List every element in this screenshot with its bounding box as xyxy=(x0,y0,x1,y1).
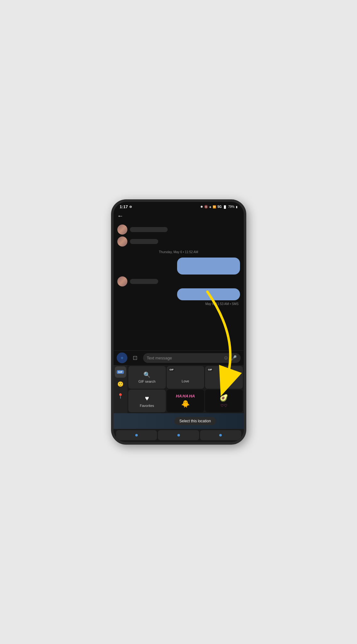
avatar-image xyxy=(117,236,127,247)
avatar-image xyxy=(117,276,127,286)
sent-bubble-1 xyxy=(177,258,240,275)
message-row-sent-2 xyxy=(117,288,240,300)
laugh-text-group: HA HA HA xyxy=(176,394,195,398)
ha-text-1: HA xyxy=(176,394,182,398)
gif-panel: GIF 🙂 📍 🔍 GIF search GI xyxy=(114,365,244,413)
gif-badge: GIF xyxy=(169,368,175,371)
messages-area: Thursday, May 6 • 11:52 AM May 6, 11:53 … xyxy=(114,222,244,350)
status-time: 1:17 ⊖ xyxy=(120,204,132,209)
search-icon: 🔍 xyxy=(143,371,150,378)
gif-yes-label: Yes xyxy=(221,379,227,383)
battery-icon: ▮ xyxy=(236,205,237,208)
gif-favorites-cell[interactable]: ♥ Favorites xyxy=(128,390,166,412)
ha-text-2: HA xyxy=(182,394,188,398)
chat-header: ← xyxy=(114,210,244,222)
kb-cell-1 xyxy=(116,430,157,440)
gif-love-cell[interactable]: GIF Love xyxy=(167,366,204,389)
google-dot xyxy=(135,434,138,436)
location-row: Select this location xyxy=(114,413,244,429)
mute-icon: 🔇 xyxy=(204,205,208,208)
keyboard-bottom xyxy=(114,429,244,442)
alarm-icon: ⊖ xyxy=(129,205,132,208)
gif-badge: GIF xyxy=(207,368,213,371)
camera-icon: ⊡ xyxy=(133,354,137,361)
plus-icon: ＋ xyxy=(120,355,125,361)
text-message-input[interactable]: Text message xyxy=(147,356,222,360)
avatar-image xyxy=(117,225,127,235)
mic-button[interactable]: 🎤 xyxy=(231,355,237,361)
back-button[interactable]: ← xyxy=(117,212,124,219)
heart-icon: ♥ xyxy=(145,394,149,402)
gif-avocado-cell[interactable]: 🥑 ♡♡ xyxy=(205,390,243,412)
phone-frame: 1:17 ⊖ ✱ 🔇 ◈ 🛜 5G ▐▌ 79% ▮ ← xyxy=(111,199,246,445)
message-row xyxy=(117,276,240,286)
wifi-icon: 🛜 xyxy=(213,205,216,208)
hearts-icon: ♡♡ xyxy=(220,403,227,408)
laugh-duck-icon: 🐥 xyxy=(181,400,190,408)
gif-yes-cell[interactable]: GIF Yes xyxy=(205,366,243,389)
network-label: 5G xyxy=(217,205,221,208)
emoji-button[interactable]: ☺ xyxy=(223,355,228,361)
signal-icon: ▐▌ xyxy=(223,205,227,208)
location-tooltip[interactable]: Select this location xyxy=(174,417,216,425)
gif-content: 🔍 GIF search GIF Love GIF Yes ♥ xyxy=(127,365,244,413)
camera-button[interactable]: ⊡ xyxy=(130,353,141,363)
time-display: 1:17 xyxy=(120,204,128,209)
avatar xyxy=(117,236,127,247)
battery-label: 79% xyxy=(228,205,234,208)
sticker-icon: 🙂 xyxy=(117,381,124,387)
sidebar-item-location[interactable]: 📍 xyxy=(115,390,126,402)
ha-text-3: HA xyxy=(189,394,195,398)
message-row-sent-1 xyxy=(117,258,240,275)
google-dot xyxy=(177,434,180,436)
phone-screen: 1:17 ⊖ ✱ 🔇 ◈ 🛜 5G ▐▌ 79% ▮ ← xyxy=(114,202,244,442)
avatar xyxy=(117,276,127,286)
add-button[interactable]: ＋ xyxy=(117,353,127,363)
status-bar: 1:17 ⊖ ✱ 🔇 ◈ 🛜 5G ▐▌ 79% ▮ xyxy=(114,202,244,210)
location-tooltip-text: Select this location xyxy=(179,419,211,423)
message-timestamp: May 6, 11:53 AM • SMS xyxy=(117,302,240,306)
avatar xyxy=(117,225,127,235)
avocado-icon: 🥑 xyxy=(220,394,228,402)
gif-grid-row-2: ♥ Favorites HA HA HA 🐥 🥑 ♡♡ xyxy=(128,390,243,412)
gif-love-label: Love xyxy=(182,379,189,383)
status-icons: ✱ 🔇 ◈ 🛜 5G ▐▌ 79% ▮ xyxy=(200,205,237,208)
gif-laugh-cell[interactable]: HA HA HA 🐥 xyxy=(167,390,204,412)
gif-search-label: GIF search xyxy=(138,380,155,383)
text-input-wrap[interactable]: Text message ☺ 🎤 xyxy=(143,353,241,363)
gif-sidebar: GIF 🙂 📍 xyxy=(114,365,127,413)
gif-tag: GIF xyxy=(117,370,124,374)
location-pin-icon: 📍 xyxy=(117,393,124,399)
gif-search-cell[interactable]: 🔍 GIF search xyxy=(128,366,166,389)
message-row xyxy=(117,225,240,235)
bluetooth-icon: ✱ xyxy=(200,205,203,208)
message-row xyxy=(117,236,240,247)
kb-cell-3 xyxy=(200,430,241,440)
date-separator: Thursday, May 6 • 11:52 AM xyxy=(117,250,240,254)
gif-favorites-label: Favorites xyxy=(140,404,154,408)
google-dot xyxy=(219,434,222,436)
kb-cell-2 xyxy=(158,430,199,440)
sent-bubble-2 xyxy=(177,288,240,300)
sidebar-item-gif[interactable]: GIF xyxy=(115,366,126,378)
input-area: ＋ ⊡ Text message ☺ 🎤 xyxy=(114,350,244,365)
location-icon: ◈ xyxy=(209,205,211,208)
gif-grid-row-1: 🔍 GIF search GIF Love GIF Yes xyxy=(128,366,243,389)
received-bubble-1 xyxy=(130,227,168,232)
received-bubble-3 xyxy=(130,279,158,284)
received-bubble-2 xyxy=(130,239,158,244)
sidebar-item-sticker[interactable]: 🙂 xyxy=(115,378,126,390)
